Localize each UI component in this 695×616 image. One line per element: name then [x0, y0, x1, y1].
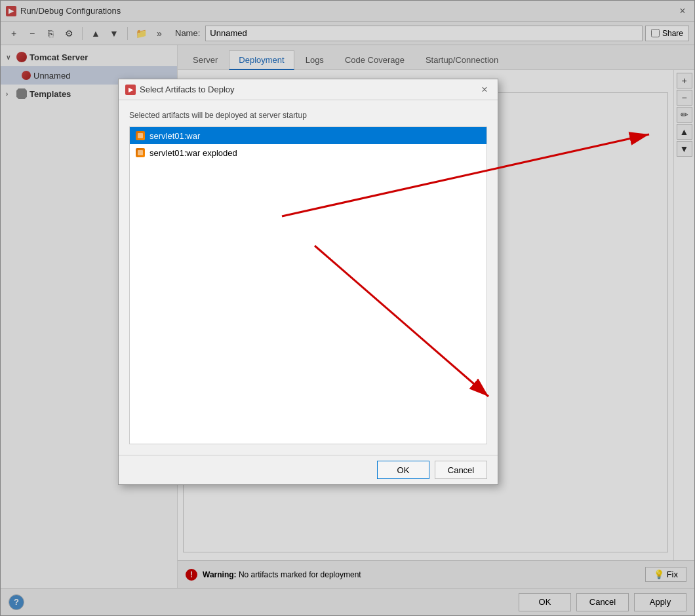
modal-footer: OK Cancel [119, 455, 498, 484]
modal-dialog: ▶ Select Artifacts to Deploy × Selected … [118, 79, 498, 485]
artifact-war-label: servlet01:war [149, 131, 200, 141]
modal-cancel-button[interactable]: Cancel [435, 461, 487, 479]
artifact-item-war[interactable]: servlet01:war [130, 127, 486, 144]
artifact-item-war-exploded[interactable]: servlet01:war exploded [130, 144, 486, 161]
modal-close-button[interactable]: × [478, 83, 491, 96]
artifact-war-exploded-label: servlet01:war exploded [149, 148, 237, 158]
modal-content: Selected artifacts will be deployed at s… [119, 100, 498, 455]
artifact-war-exploded-icon [135, 147, 146, 158]
modal-overlay: ▶ Select Artifacts to Deploy × Selected … [0, 0, 695, 616]
modal-artifact-list: servlet01:war servlet01:war exploded [129, 126, 487, 444]
modal-description: Selected artifacts will be deployed at s… [129, 111, 487, 120]
modal-ok-button[interactable]: OK [377, 461, 429, 479]
modal-title-left: ▶ Select Artifacts to Deploy [125, 85, 235, 95]
modal-title: Select Artifacts to Deploy [140, 85, 235, 94]
artifact-war-icon [135, 130, 146, 141]
modal-app-icon: ▶ [125, 85, 136, 95]
modal-title-bar: ▶ Select Artifacts to Deploy × [119, 79, 498, 100]
